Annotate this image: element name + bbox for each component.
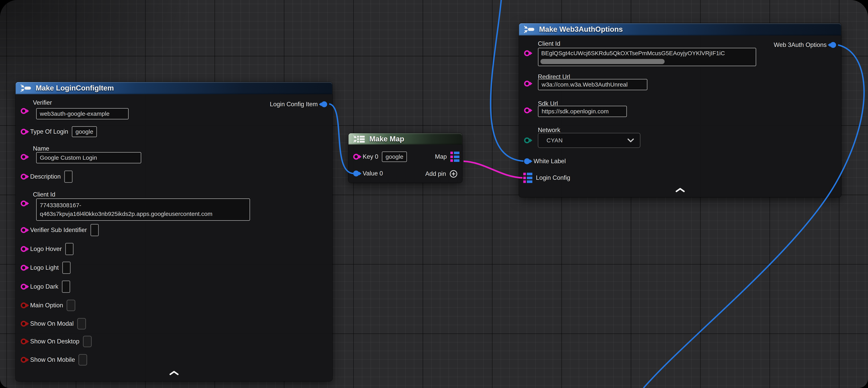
input-pin-show-on-desktop[interactable]	[21, 338, 27, 345]
main-option-checkbox[interactable]	[67, 300, 75, 311]
output-pin-map[interactable]	[451, 152, 459, 162]
input-pin-network[interactable]	[524, 138, 530, 143]
collapse-chevron-up-icon[interactable]	[676, 187, 685, 193]
output-row-map: Map	[435, 151, 459, 162]
node-title: Make LoginConfigItem	[36, 84, 114, 92]
node-make-map[interactable]: Make Map Key 0 google Map Value 0 Add pi…	[348, 133, 462, 183]
client-id-field[interactable]: 774338308167-q463s7kpvja16l4l0kko3nb925i…	[36, 198, 250, 221]
row-white-label: White Label	[524, 156, 566, 167]
input-pin-login-config[interactable]	[523, 173, 532, 183]
pin-label-show-on-desktop: Show On Desktop	[30, 338, 80, 345]
show-on-desktop-checkbox[interactable]	[83, 336, 92, 347]
make-struct-icon	[524, 25, 535, 33]
input-pin-client-id[interactable]	[21, 201, 27, 206]
input-pin-description[interactable]	[21, 174, 27, 180]
row-key-0: Key 0 google	[353, 151, 407, 162]
pin-label-name: Name	[33, 145, 49, 152]
field-horizontal-scrollbar[interactable]	[540, 59, 664, 64]
collapse-chevron-up-icon[interactable]	[169, 370, 179, 376]
logo-light-field[interactable]	[62, 262, 70, 274]
pin-label-white-label: White Label	[533, 158, 566, 165]
output-row-web3auth-options: Web 3Auth Options	[774, 41, 836, 49]
pin-label-type-of-login: Type Of Login	[30, 128, 68, 135]
pin-label-client-id: Client Id	[538, 40, 560, 47]
verifier-sub-identifier-field[interactable]	[90, 224, 99, 236]
node-header[interactable]: Make Web3AuthOptions	[519, 23, 841, 35]
row-logo-dark: Logo Dark	[21, 280, 70, 293]
input-pin-show-on-mobile[interactable]	[21, 357, 27, 363]
pin-label-verifier-sub-identifier: Verifier Sub Identifier	[30, 227, 87, 234]
chevron-down-icon	[627, 138, 634, 143]
pin-label-description: Description	[30, 173, 61, 180]
node-title: Make Map	[369, 135, 404, 143]
pin-label-logo-light: Logo Light	[30, 264, 59, 271]
logo-dark-field[interactable]	[62, 280, 70, 293]
show-on-mobile-checkbox[interactable]	[79, 354, 87, 365]
pin-label-verifier: Verifier	[33, 99, 52, 106]
pin-label-logo-dark: Logo Dark	[30, 283, 58, 290]
input-pin-logo-light[interactable]	[21, 265, 27, 271]
sdk-url-field[interactable]: https://sdk.openlogin.com	[538, 106, 627, 117]
output-row-login-config-item: Login Config Item	[270, 101, 327, 108]
pin-label-main-option: Main Option	[30, 302, 63, 309]
type-of-login-field[interactable]: google	[72, 126, 97, 137]
client-id-field[interactable]: BEglQSgt4cUWcj6SKRdu5QkOXTsePmMcusG5EAoy…	[538, 48, 756, 66]
input-pin-value-0[interactable]	[353, 171, 359, 176]
pin-label-show-on-modal: Show On Modal	[30, 320, 74, 327]
input-pin-logo-hover[interactable]	[21, 246, 27, 252]
output-pin-label-map: Map	[435, 153, 447, 160]
input-pin-client-id[interactable]	[524, 50, 530, 56]
row-type-of-login: Type Of Login google	[21, 126, 97, 138]
input-pin-logo-dark[interactable]	[21, 284, 27, 290]
node-make-web3authoptions[interactable]: Make Web3AuthOptions Web 3Auth Options C…	[519, 23, 841, 197]
node-make-loginconfigitem[interactable]: Make LoginConfigItem Login Config Item V…	[16, 82, 332, 381]
input-pin-type-of-login[interactable]	[21, 129, 27, 135]
pin-label-value-0: Value 0	[363, 170, 383, 177]
pin-label-key-0: Key 0	[363, 153, 378, 160]
row-verifier-sub-identifier: Verifier Sub Identifier	[21, 223, 99, 237]
logo-hover-field[interactable]	[65, 243, 73, 255]
input-pin-key-0[interactable]	[353, 154, 359, 160]
row-show-on-modal: Show On Modal	[21, 318, 86, 330]
input-pin-sdk-url[interactable]	[524, 108, 530, 113]
description-field[interactable]	[64, 171, 72, 183]
network-dropdown[interactable]: CYAN	[538, 133, 640, 148]
blueprint-editor: Make LoginConfigItem Login Config Item V…	[0, 0, 868, 388]
node-title: Make Web3AuthOptions	[539, 25, 623, 33]
row-value-0: Value 0	[353, 168, 383, 179]
pin-label-show-on-mobile: Show On Mobile	[30, 356, 75, 363]
row-show-on-mobile: Show On Mobile	[21, 354, 87, 366]
output-pin-login-config-item[interactable]	[321, 101, 327, 107]
redirect-url-field[interactable]: w3a://com.w3a.Web3AuthUnreal	[538, 79, 647, 90]
make-struct-icon	[20, 84, 32, 92]
row-logo-light: Logo Light	[21, 261, 70, 274]
input-pin-white-label[interactable]	[524, 158, 530, 164]
pin-label-logo-hover: Logo Hover	[30, 245, 62, 252]
output-pin-label: Login Config Item	[270, 101, 318, 108]
input-pin-name[interactable]	[21, 154, 27, 160]
make-map-icon	[353, 135, 365, 143]
client-id-value: BEglQSgt4cUWcj6SKRdu5QkOXTsePmMcusG5EAoy…	[541, 50, 725, 57]
add-pin-button[interactable]: Add pin	[425, 169, 458, 179]
row-description: Description	[21, 170, 72, 183]
row-login-config: Login Config	[523, 172, 570, 183]
input-pin-verifier-sub-identifier[interactable]	[21, 227, 27, 233]
input-pin-show-on-modal[interactable]	[21, 321, 27, 327]
input-pin-redirect-url[interactable]	[524, 81, 530, 87]
add-pin-label: Add pin	[425, 170, 446, 177]
output-pin-label: Web 3Auth Options	[774, 41, 827, 49]
input-pin-main-option[interactable]	[21, 302, 27, 308]
row-logo-hover: Logo Hover	[21, 242, 73, 256]
verifier-field[interactable]: web3auth-google-example	[36, 108, 129, 119]
key-0-field[interactable]: google	[382, 151, 407, 162]
input-pin-verifier[interactable]	[21, 108, 27, 114]
row-main-option: Main Option	[21, 299, 75, 311]
plus-circle-icon	[449, 170, 458, 178]
node-header[interactable]: Make Map	[348, 133, 462, 145]
name-field[interactable]: Google Custom Login	[36, 152, 141, 163]
pin-label-client-id: Client Id	[33, 191, 55, 198]
show-on-modal-checkbox[interactable]	[77, 318, 86, 329]
node-header[interactable]: Make LoginConfigItem	[16, 82, 332, 94]
output-pin-web3auth-options[interactable]	[830, 42, 836, 48]
pin-label-network: Network	[538, 126, 560, 134]
